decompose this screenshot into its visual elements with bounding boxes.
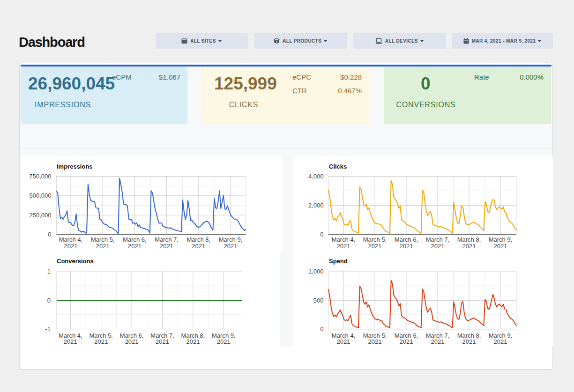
svg-text:2021: 2021 xyxy=(64,338,77,345)
svg-text:2021: 2021 xyxy=(217,338,231,345)
svg-text:2021: 2021 xyxy=(94,338,108,345)
svg-text:2021: 2021 xyxy=(337,338,350,345)
svg-text:500: 500 xyxy=(313,297,324,304)
svg-text:2021: 2021 xyxy=(462,243,476,250)
svg-text:0: 0 xyxy=(320,325,323,333)
svg-text:500,000: 500,000 xyxy=(30,192,52,199)
svg-text:2021: 2021 xyxy=(462,338,476,345)
svg-text:2021: 2021 xyxy=(96,243,110,250)
svg-text:2021: 2021 xyxy=(431,338,445,345)
svg-text:2021: 2021 xyxy=(400,243,413,250)
svg-text:2021: 2021 xyxy=(160,243,173,250)
svg-text:0: 0 xyxy=(320,231,323,238)
svg-text:2021: 2021 xyxy=(494,338,507,345)
svg-text:2021: 2021 xyxy=(400,338,413,345)
svg-text:Impressions: Impressions xyxy=(57,163,93,170)
svg-text:2021: 2021 xyxy=(368,243,382,250)
svg-text:2021: 2021 xyxy=(156,338,169,345)
svg-text:2021: 2021 xyxy=(125,338,139,345)
svg-text:2021: 2021 xyxy=(128,243,142,250)
svg-text:1: 1 xyxy=(47,268,51,275)
svg-text:2021: 2021 xyxy=(337,243,350,250)
svg-text:0: 0 xyxy=(47,297,51,304)
svg-text:2021: 2021 xyxy=(494,243,507,250)
svg-text:1,000: 1,000 xyxy=(308,268,324,275)
svg-text:Clicks: Clicks xyxy=(329,163,347,170)
svg-text:2021: 2021 xyxy=(431,243,445,250)
svg-text:2,000: 2,000 xyxy=(308,202,324,209)
svg-text:4,000: 4,000 xyxy=(308,173,324,180)
svg-text:2021: 2021 xyxy=(368,338,382,345)
svg-text:2021: 2021 xyxy=(64,243,78,250)
svg-text:-1: -1 xyxy=(45,325,51,333)
svg-text:2021: 2021 xyxy=(224,243,238,250)
svg-text:2021: 2021 xyxy=(192,243,205,250)
svg-text:250,000: 250,000 xyxy=(30,212,52,219)
svg-text:2021: 2021 xyxy=(186,338,200,345)
svg-text:0: 0 xyxy=(48,231,51,238)
svg-text:750,000: 750,000 xyxy=(30,173,52,180)
svg-text:Spend: Spend xyxy=(329,258,348,265)
svg-text:Conversions: Conversions xyxy=(57,258,94,265)
